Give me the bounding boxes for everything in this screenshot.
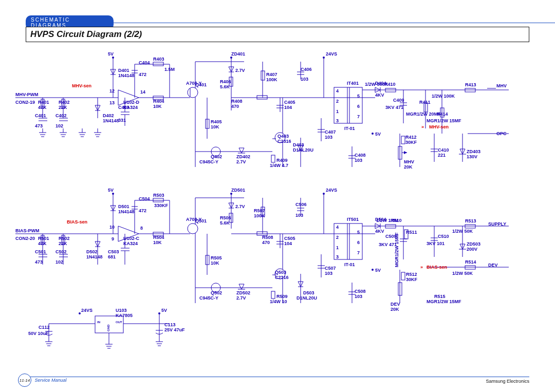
svg-text:R504: R504 <box>153 235 164 240</box>
svg-text:R507: R507 <box>254 208 265 213</box>
svg-text:5V: 5V <box>375 132 381 137</box>
svg-text:MHV-PWM: MHV-PWM <box>15 92 39 97</box>
svg-text:100K: 100K <box>266 77 278 82</box>
svg-text:D1NL20U: D1NL20U <box>297 295 317 301</box>
svg-text:C112: C112 <box>39 325 50 330</box>
svg-text:KA7805: KA7805 <box>116 313 133 318</box>
svg-text:5V: 5V <box>108 188 114 193</box>
svg-text:1N4148: 1N4148 <box>118 73 135 78</box>
svg-text:14: 14 <box>140 89 145 95</box>
svg-text:C501: C501 <box>35 249 46 254</box>
svg-text:ZD503: ZD503 <box>467 241 480 247</box>
svg-text:6: 6 <box>357 240 360 245</box>
svg-text:R409: R409 <box>276 158 288 163</box>
svg-text:R505: R505 <box>211 255 222 260</box>
svg-text:2: 2 <box>336 99 339 104</box>
svg-rect-302 <box>271 291 275 298</box>
svg-text:Q502: Q502 <box>211 290 222 295</box>
svg-text:200V: 200V <box>467 247 477 252</box>
svg-text:D403: D403 <box>293 142 304 147</box>
svg-text:CON2-19: CON2-19 <box>15 100 35 105</box>
svg-text:C506: C506 <box>295 202 307 207</box>
svg-text:C407: C407 <box>325 129 336 135</box>
svg-text:3: 3 <box>336 254 339 259</box>
svg-text:R407: R407 <box>266 72 278 77</box>
svg-text:DEV: DEV <box>391 302 400 307</box>
svg-marker-283 <box>239 284 244 289</box>
svg-text:R412: R412 <box>405 135 417 140</box>
svg-text:5V: 5V <box>161 308 167 313</box>
svg-text:IT-01: IT-01 <box>344 126 355 131</box>
svg-text:1N4148: 1N4148 <box>103 118 119 123</box>
svg-text:OUT: OUT <box>116 321 122 324</box>
svg-text:KA324: KA324 <box>123 241 138 246</box>
svg-text:1N4148: 1N4148 <box>118 209 135 214</box>
svg-point-1 <box>112 57 114 59</box>
footer-note: Service Manual <box>35 378 67 383</box>
svg-point-56 <box>188 87 198 98</box>
svg-text:681: 681 <box>108 254 116 259</box>
svg-text:IT501: IT501 <box>347 217 359 222</box>
svg-text:C408: C408 <box>355 153 366 158</box>
svg-text:U102-C: U102-C <box>123 236 140 241</box>
svg-text:3KV 101: 3KV 101 <box>427 241 445 246</box>
svg-text:R508: R508 <box>262 235 273 240</box>
svg-rect-104 <box>271 155 275 162</box>
footer-brand: Samsung Electronics <box>486 379 529 384</box>
svg-text:3KV 471: 3KV 471 <box>385 105 403 110</box>
svg-text:IN: IN <box>97 321 100 324</box>
svg-text:1/2W 50K: 1/2W 50K <box>452 271 473 276</box>
svg-text:30KF: 30KF <box>406 277 418 282</box>
svg-text:103: 103 <box>355 294 362 299</box>
svg-text:R501: R501 <box>38 236 49 241</box>
svg-text:R404: R404 <box>153 99 164 104</box>
label-mhv-sen: MHV-sen <box>72 83 91 88</box>
svg-text:1: 1 <box>336 245 339 250</box>
svg-point-150 <box>372 133 374 135</box>
svg-text:MHV: MHV <box>496 83 507 88</box>
svg-text:A708-Y: A708-Y <box>186 81 202 86</box>
svg-text:5.6K: 5.6K <box>220 84 230 89</box>
svg-text:R413: R413 <box>465 82 476 87</box>
svg-text:R408: R408 <box>231 99 243 104</box>
svg-text:5.6K: 5.6K <box>220 220 230 226</box>
svg-text:IT401: IT401 <box>347 81 359 86</box>
svg-text:R405: R405 <box>211 119 222 124</box>
svg-text:103: 103 <box>355 158 362 163</box>
svg-text:C507: C507 <box>325 266 336 271</box>
svg-text:D401: D401 <box>118 68 130 73</box>
svg-text:U103: U103 <box>116 308 127 313</box>
svg-text:2.7V: 2.7V <box>235 68 245 73</box>
svg-text:C2316: C2316 <box>278 139 291 144</box>
svg-text:C945C-Y: C945C-Y <box>199 159 218 164</box>
svg-text:330KF: 330KF <box>154 203 169 208</box>
svg-text:R414: R414 <box>437 111 448 117</box>
svg-text:20K: 20K <box>404 164 413 170</box>
svg-text:BIAS-sen: BIAS-sen <box>67 219 87 225</box>
svg-text:ZD501: ZD501 <box>231 188 245 193</box>
svg-text:2: 2 <box>336 235 339 240</box>
svg-text:1/2W 1.8M: 1/2W 1.8M <box>376 218 399 223</box>
header-line <box>112 23 555 23</box>
svg-text:103: 103 <box>301 77 308 82</box>
svg-text:»: » <box>420 265 423 270</box>
svg-text:5: 5 <box>357 230 360 235</box>
svg-text:U102-D: U102-D <box>123 100 140 105</box>
svg-text:4: 4 <box>336 225 339 230</box>
svg-text:Q503: Q503 <box>275 270 286 275</box>
svg-text:12: 12 <box>109 88 115 94</box>
svg-point-256 <box>188 223 198 234</box>
svg-text:100K: 100K <box>254 213 265 218</box>
svg-point-389 <box>79 312 81 314</box>
svg-text:D502: D502 <box>86 249 98 254</box>
svg-text:C945C-Y: C945C-Y <box>199 295 218 301</box>
svg-text:7: 7 <box>357 250 360 255</box>
svg-text:1/4W 4.7: 1/4W 4.7 <box>270 163 288 168</box>
svg-text:470: 470 <box>231 104 239 109</box>
svg-text:25V 47uF: 25V 47uF <box>164 327 185 332</box>
svg-text:104: 104 <box>284 105 292 110</box>
svg-text:D1NL20U: D1NL20U <box>293 147 313 153</box>
svg-text:9: 9 <box>112 236 114 241</box>
svg-text:CON2-20: CON2-20 <box>15 236 35 241</box>
svg-text:102: 102 <box>55 123 63 128</box>
